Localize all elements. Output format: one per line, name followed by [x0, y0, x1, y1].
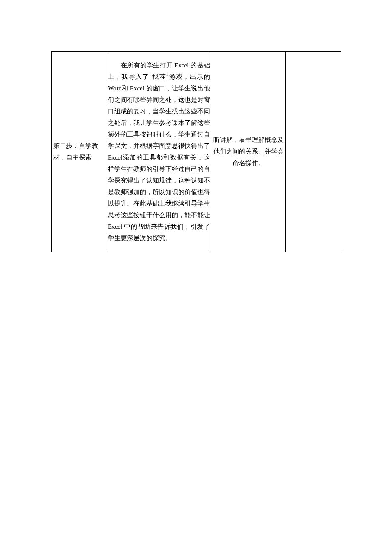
teacher-activity-cell: 在所有的学生打开 Excel 的基础上，我导入了"找茬"游戏，出示的 Word和…	[107, 52, 211, 252]
notes-cell	[286, 52, 341, 252]
table-row: 第二步：自学教材，自主探索 在所有的学生打开 Excel 的基础上，我导入了"找…	[52, 52, 341, 252]
step-label-cell: 第二步：自学教材，自主探索	[52, 52, 107, 252]
teacher-activity-text: 在所有的学生打开 Excel 的基础上，我导入了"找茬"游戏，出示的 Word和…	[108, 60, 210, 244]
lesson-plan-table: 第二步：自学教材，自主探索 在所有的学生打开 Excel 的基础上，我导入了"找…	[51, 51, 341, 252]
student-activity-text: 听讲解，看书理解概念及他们之间的关系。并学会命名操作。	[213, 137, 284, 166]
student-activity-cell: 听讲解，看书理解概念及他们之间的关系。并学会命名操作。	[211, 52, 286, 252]
step-label: 第二步：自学教材，自主探索	[53, 142, 98, 161]
